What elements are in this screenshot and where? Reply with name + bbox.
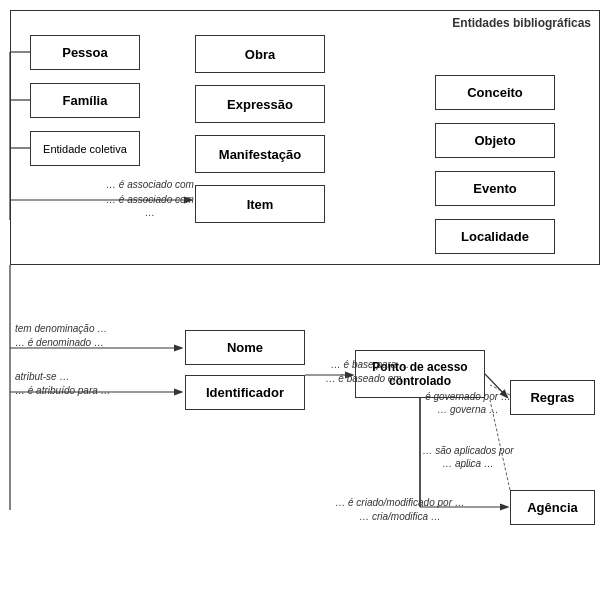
box-pessoa: Pessoa xyxy=(30,35,140,70)
label-criado-modificado-por: … é criado/modificado por … xyxy=(320,496,480,509)
box-agencia: Agência xyxy=(510,490,595,525)
box-manifestacao: Manifestação xyxy=(195,135,325,173)
label-governado-por: é governado por … xyxy=(418,390,518,403)
box-objeto: Objeto xyxy=(435,123,555,158)
box-regras: Regras xyxy=(510,380,595,415)
box-item: Item xyxy=(195,185,325,223)
label-cria-modifica: … cria/modifica … xyxy=(320,510,480,523)
diagram: Entidades bibliográficas Pessoa Família … xyxy=(0,0,611,597)
label-e-atribuido-para: … é atribuído para … xyxy=(15,384,150,397)
box-nome: Nome xyxy=(185,330,305,365)
label-e-baseado-em: … é baseado em … xyxy=(310,372,430,385)
box-conceito: Conceito xyxy=(435,75,555,110)
box-familia: Família xyxy=(30,83,140,118)
entidades-bibliograficas-title: Entidades bibliográficas xyxy=(452,16,591,32)
label-e-denominado: … é denominado … xyxy=(15,336,145,349)
box-evento: Evento xyxy=(435,171,555,206)
label-associado-com-2: … é associado com … xyxy=(100,193,200,219)
box-entidade-coletiva: Entidade coletiva xyxy=(30,131,140,166)
box-localidade: Localidade xyxy=(435,219,555,254)
label-governa: … governa … xyxy=(418,403,518,416)
box-identificador: Identificador xyxy=(185,375,305,410)
label-e-base-para: … é base para … xyxy=(310,358,430,371)
label-tem-denominacao: tem denominação … xyxy=(15,322,145,335)
label-atribut-se: atribut-se … xyxy=(15,370,145,383)
label-aplica: … aplica … xyxy=(418,457,518,470)
box-expressao: Expressão xyxy=(195,85,325,123)
box-obra: Obra xyxy=(195,35,325,73)
